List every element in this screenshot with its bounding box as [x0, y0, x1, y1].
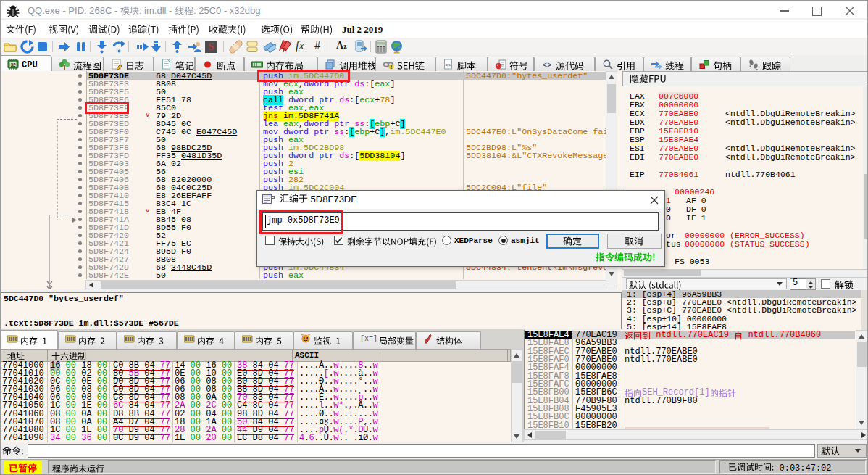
svg-text:32: 32: [10, 62, 16, 67]
svg-text:!: !: [391, 65, 392, 70]
svg-text:S: S: [209, 41, 214, 52]
svg-text:<>: <>: [542, 61, 551, 70]
svg-text:<>: <>: [445, 62, 452, 68]
